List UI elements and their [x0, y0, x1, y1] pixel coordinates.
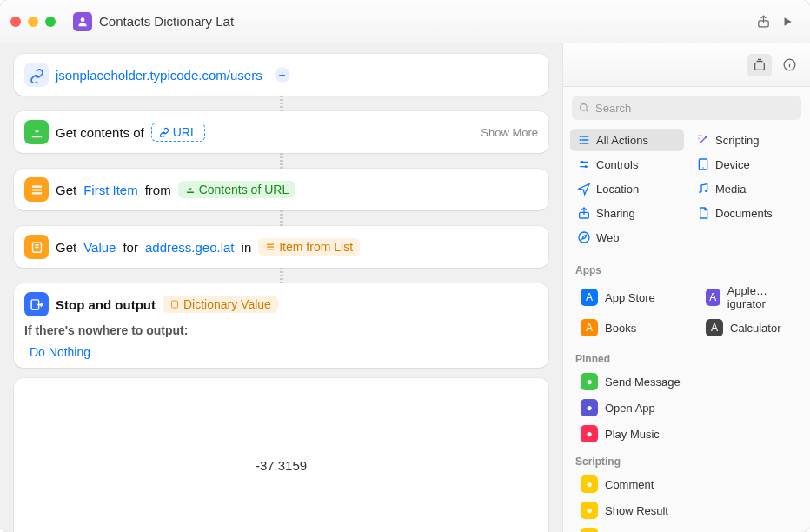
category-all-actions[interactable]: All Actions — [570, 129, 684, 151]
app-calculator[interactable]: ACalculator — [694, 315, 805, 341]
list-icon — [24, 177, 49, 202]
window-title: Contacts Dictionary Lat — [99, 14, 234, 29]
path-value[interactable]: address.geo.lat — [145, 240, 235, 255]
value-label[interactable]: Value — [83, 240, 116, 255]
library-button[interactable] — [747, 54, 772, 76]
first-item[interactable]: First Item — [83, 183, 138, 197]
download-icon — [24, 120, 49, 144]
svg-rect-11 — [755, 63, 765, 70]
contents-of-url-pill[interactable]: Contents of URL — [178, 181, 296, 198]
svg-rect-6 — [267, 244, 274, 246]
get-label2: Get — [56, 240, 76, 255]
list-icon — [577, 133, 591, 147]
nav-icon — [577, 182, 591, 196]
svg-rect-4 — [31, 192, 41, 194]
output-result: -37.3159 — [14, 378, 548, 532]
for-label: for — [123, 240, 138, 255]
get-contents-action[interactable]: Get contents of URL Show More — [14, 111, 548, 153]
action-show-alert[interactable]: ●Show Alert — [568, 523, 805, 532]
app-icon: A — [581, 289, 598, 306]
wand-icon — [696, 133, 710, 147]
fallback-label: If there's nowhere to output: — [24, 323, 538, 337]
action-play-music[interactable]: ●Play Music — [568, 421, 805, 447]
app-app-store[interactable]: AApp Store — [568, 280, 680, 315]
stop-label: Stop and output — [56, 297, 156, 312]
output-icon — [24, 292, 49, 316]
stop-output-action[interactable]: Stop and output Dictionary Value If ther… — [14, 283, 548, 368]
safari-icon — [577, 230, 591, 244]
pinned-header: Pinned — [563, 344, 810, 369]
action-send-message[interactable]: ●Send Message — [568, 369, 805, 395]
share-icon — [577, 206, 591, 220]
dictionary-value-pill[interactable]: Dictionary Value — [163, 296, 278, 313]
url-value[interactable]: jsonplaceholder.typicode.com/users — [56, 68, 262, 83]
category-documents[interactable]: Documents — [689, 202, 803, 224]
action-icon: ● — [581, 373, 598, 390]
workflow-editor: jsonplaceholder.typicode.com/users + Get… — [0, 43, 562, 532]
svg-point-18 — [699, 191, 701, 194]
action-icon: ● — [581, 528, 598, 532]
svg-rect-8 — [267, 249, 274, 250]
get-contents-label: Get contents of — [56, 125, 144, 140]
get-item-action[interactable]: Get First Item from Contents of URL — [14, 169, 548, 210]
app-books[interactable]: ABooks — [568, 315, 680, 341]
category-scripting[interactable]: Scripting — [689, 129, 803, 151]
info-button[interactable] — [777, 54, 801, 76]
traffic-lights — [10, 17, 56, 27]
sidebar-toolbar — [563, 43, 810, 87]
app-apple-igurator[interactable]: AApple…igurator — [694, 280, 805, 315]
in-label: in — [242, 240, 252, 255]
search-placeholder: Search — [595, 102, 631, 115]
show-more-button[interactable]: Show More — [481, 126, 538, 139]
dictionary-icon — [24, 235, 49, 259]
shortcut-app-icon — [73, 12, 92, 31]
category-controls[interactable]: Controls — [570, 153, 684, 176]
svg-rect-10 — [171, 301, 177, 308]
svg-point-19 — [705, 190, 707, 192]
close-button[interactable] — [10, 17, 21, 27]
app-icon: A — [706, 289, 720, 306]
actions-sidebar: Search All ActionsScriptingControlsDevic… — [562, 43, 810, 532]
svg-rect-2 — [31, 185, 41, 187]
svg-rect-3 — [31, 189, 41, 190]
output-value: -37.3159 — [256, 458, 307, 473]
category-grid: All ActionsScriptingControlsDeviceLocati… — [563, 125, 810, 256]
category-device[interactable]: Device — [689, 153, 803, 176]
get-dictionary-value-action[interactable]: Get Value for address.geo.lat in Item fr… — [14, 226, 548, 268]
category-location[interactable]: Location — [570, 177, 684, 200]
apps-header: Apps — [563, 256, 810, 280]
sliders-icon — [577, 157, 591, 171]
svg-point-21 — [579, 232, 589, 243]
category-sharing[interactable]: Sharing — [570, 202, 684, 224]
device-icon — [696, 157, 710, 171]
titlebar: Contacts Dictionary Lat — [0, 0, 810, 43]
url-pill[interactable]: URL — [151, 123, 205, 142]
search-field[interactable]: Search — [572, 96, 801, 120]
action-icon: ● — [581, 475, 598, 493]
action-comment[interactable]: ●Comment — [568, 471, 805, 497]
app-icon: A — [581, 319, 598, 336]
app-icon: A — [706, 319, 723, 336]
doc-icon — [696, 206, 710, 220]
action-icon: ● — [581, 425, 598, 442]
share-button[interactable] — [751, 10, 775, 33]
minimize-button[interactable] — [28, 17, 38, 27]
add-url-button[interactable]: + — [275, 67, 290, 83]
get-label: Get — [56, 183, 76, 197]
url-action[interactable]: jsonplaceholder.typicode.com/users + — [14, 54, 548, 96]
run-button[interactable] — [775, 10, 800, 33]
svg-point-0 — [81, 17, 85, 22]
action-show-result[interactable]: ●Show Result — [568, 497, 805, 523]
do-nothing-option[interactable]: Do Nothing — [24, 342, 96, 362]
from-label: from — [145, 183, 171, 197]
window: Contacts Dictionary Lat jsonplaceholder.… — [0, 0, 810, 532]
svg-point-14 — [581, 161, 584, 163]
category-media[interactable]: Media — [689, 177, 803, 200]
action-icon: ● — [581, 399, 598, 416]
category-web[interactable]: Web — [570, 226, 684, 249]
item-from-list-pill[interactable]: Item from List — [258, 238, 360, 256]
action-open-app[interactable]: ●Open App — [568, 395, 805, 421]
link-icon — [24, 63, 49, 87]
maximize-button[interactable] — [45, 17, 56, 27]
svg-rect-7 — [267, 246, 274, 248]
